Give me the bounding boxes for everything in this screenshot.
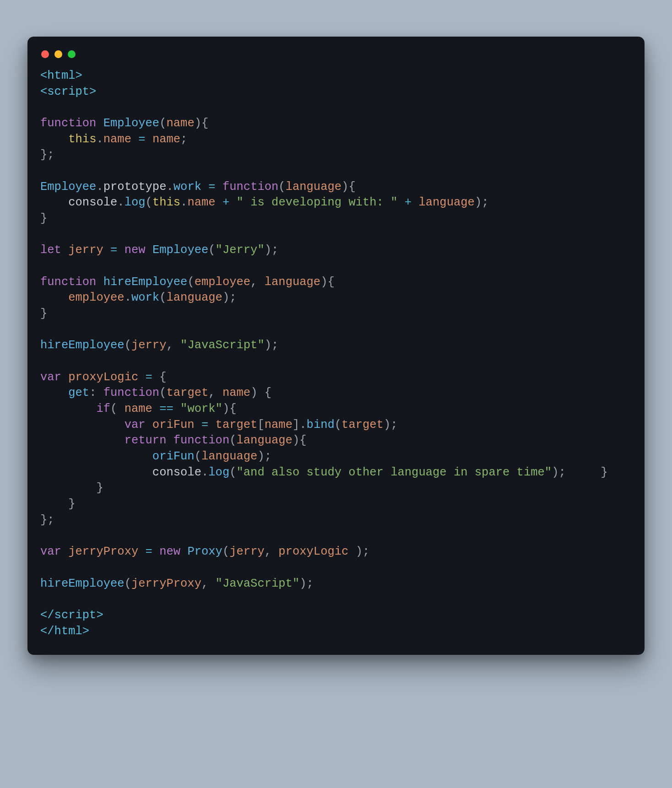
code-token: = <box>103 243 125 257</box>
code-token: ( <box>278 180 285 194</box>
code-token: }; <box>40 513 54 527</box>
code-token: target <box>341 418 384 432</box>
code-token: name <box>166 117 194 130</box>
code-token: <script> <box>40 85 96 98</box>
code-token: : <box>89 386 103 399</box>
code-token: . <box>125 291 131 304</box>
code-token: function <box>173 434 229 447</box>
code-token: language <box>201 450 257 463</box>
code-token: work <box>173 180 201 194</box>
code-token: employee <box>68 291 124 304</box>
code-token: if <box>96 402 110 416</box>
code-token: function <box>222 180 278 194</box>
code-token: work <box>131 291 159 304</box>
code-token: name <box>222 386 250 399</box>
minimize-icon[interactable] <box>54 50 62 58</box>
code-token: var <box>125 418 152 432</box>
code-content[interactable]: <html> <script> function Employee(name){… <box>40 68 632 639</box>
code-token: log <box>125 196 146 209</box>
code-token: " is developing with: " <box>237 196 398 209</box>
code-token: new <box>159 545 187 558</box>
code-token: ( <box>159 117 166 130</box>
code-token: bind <box>307 418 335 432</box>
code-token: name <box>125 402 152 416</box>
code-token: this <box>68 133 96 146</box>
code-token: ){ <box>320 275 335 289</box>
code-token: + <box>216 196 237 209</box>
code-token: this <box>152 196 180 209</box>
code-token: oriFun <box>152 450 195 463</box>
code-token: function <box>103 386 159 399</box>
code-token: ); <box>265 243 279 257</box>
code-token: jerry <box>131 339 167 352</box>
code-token: employee <box>195 275 250 289</box>
code-token: "JavaScript" <box>180 339 265 352</box>
code-token: , <box>208 386 222 399</box>
code-token: ]. <box>293 418 307 432</box>
maximize-icon[interactable] <box>68 50 76 58</box>
code-token: return <box>125 434 173 447</box>
code-token: name <box>152 133 180 146</box>
code-token: name <box>187 196 215 209</box>
code-token: var <box>40 371 68 384</box>
code-token: "JavaScript" <box>216 577 300 590</box>
code-token: let <box>40 243 68 257</box>
code-token: ( <box>146 196 152 209</box>
code-token: function <box>40 117 103 130</box>
code-token: , <box>250 275 265 289</box>
code-token: ){ <box>195 117 209 130</box>
code-token: ( <box>159 386 166 399</box>
code-token: </script> <box>40 609 103 622</box>
code-token: { <box>159 371 166 384</box>
code-token: ); <box>222 291 237 304</box>
code-token: hireEmployee <box>103 275 188 289</box>
code-token: ( <box>125 339 131 352</box>
code-token: ); <box>265 339 279 352</box>
code-token: ){ <box>341 180 356 194</box>
code-token: ); <box>257 450 271 463</box>
window-titlebar <box>40 49 632 68</box>
code-token: jerryProxy <box>131 577 201 590</box>
code-token: } <box>40 481 103 495</box>
code-token: jerry <box>68 243 103 257</box>
code-token: console <box>68 196 117 209</box>
code-token: }; <box>40 148 54 162</box>
code-token: } <box>40 212 47 225</box>
code-token: language <box>166 291 222 304</box>
code-token: ( <box>335 418 341 432</box>
code-token: , <box>201 577 216 590</box>
code-token: language <box>265 275 320 289</box>
code-token: ) { <box>250 386 271 399</box>
code-token: ){ <box>222 402 237 416</box>
code-token: Proxy <box>187 545 222 558</box>
code-token: new <box>125 243 152 257</box>
code-token: ; <box>180 133 187 146</box>
code-token: , <box>265 545 279 558</box>
code-token: hireEmployee <box>40 339 125 352</box>
close-icon[interactable] <box>41 50 49 58</box>
code-token: jerryProxy <box>68 545 138 558</box>
code-token: oriFun <box>152 418 195 432</box>
code-token: ){ <box>293 434 307 447</box>
code-token: console <box>152 466 201 479</box>
code-token: . <box>96 180 103 194</box>
code-token: ( <box>195 450 201 463</box>
code-token: } <box>40 497 76 511</box>
code-token: language <box>418 196 474 209</box>
code-token: } <box>566 466 608 479</box>
code-token: ( <box>229 466 236 479</box>
code-token: } <box>40 307 47 320</box>
code-token: <html> <box>40 69 82 82</box>
code-token: target <box>216 418 258 432</box>
code-token: </html> <box>40 625 89 638</box>
code-token: , <box>166 339 180 352</box>
code-token: var <box>40 545 68 558</box>
code-token: ); <box>299 577 314 590</box>
code-token: ( <box>208 243 215 257</box>
code-token: . <box>180 196 187 209</box>
code-token: . <box>96 133 103 146</box>
code-token: language <box>237 434 293 447</box>
code-token: = <box>201 180 222 194</box>
code-token: = <box>195 418 216 432</box>
code-token: "work" <box>180 402 222 416</box>
